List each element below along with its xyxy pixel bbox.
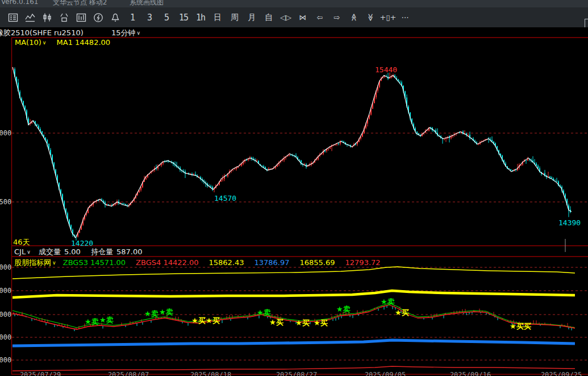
ma-value: MA1 14482.00 bbox=[57, 38, 111, 47]
top-menu-strip: Ver6.0.161 文华云节点 移动2 系统画线图 bbox=[0, 0, 588, 7]
candlestick-icon[interactable] bbox=[39, 10, 56, 25]
pan-left-icon-glyph: ⇦ bbox=[317, 13, 323, 22]
period-button-15[interactable]: 15 bbox=[175, 10, 192, 25]
sell-signal-marker: ★卖 bbox=[159, 307, 173, 317]
price-label-14390: 14390 bbox=[558, 218, 581, 227]
indicator-value: 15862.43 bbox=[208, 258, 244, 267]
scroll-up-icon-glyph: ≫ bbox=[349, 14, 358, 22]
more-icon[interactable]: ⋯ bbox=[397, 10, 414, 25]
visible-days-label: 46天 bbox=[13, 237, 30, 247]
insert-indicator-icon-glyph: +▯+ bbox=[380, 13, 397, 22]
indicator-name: 股朋指标网 bbox=[14, 258, 51, 267]
cloud-refresh-icon[interactable] bbox=[90, 10, 107, 25]
period-button-3[interactable]: 3 bbox=[141, 10, 158, 25]
chevron-down-icon: ∨ bbox=[41, 40, 47, 46]
period-button-周[interactable]: 周 bbox=[226, 10, 243, 25]
instrument-title[interactable]: 橡胶2510(SHFE ru2510) bbox=[0, 28, 84, 38]
indicator-value: 16855.69 bbox=[300, 258, 335, 267]
period-label: 15分钟 bbox=[111, 28, 136, 37]
x-axis-date-label: 2025/07/29 bbox=[20, 371, 61, 376]
alert-bell-icon[interactable] bbox=[107, 10, 124, 25]
buy-signal-marker: ★买 bbox=[191, 316, 206, 326]
x-axis-date-label: 2025/09/16 bbox=[450, 371, 491, 376]
instrument-name: 橡胶2510(SHFE ru2510) bbox=[0, 28, 84, 37]
indicator-value: ZBGS4 14422.00 bbox=[136, 258, 198, 267]
main-toolbar: 135151h日周月自 ◁▷⋈⇦⇨≫≫+▯+⋯ bbox=[0, 7, 588, 27]
y-axis-label-17000: 17000 bbox=[0, 263, 11, 271]
period-button-自[interactable]: 自 bbox=[260, 10, 277, 25]
y-axis-label-15000: 15000 bbox=[0, 129, 11, 137]
sell-signal-marker: ★卖 bbox=[336, 304, 351, 315]
y-axis-label-14500: 14500 bbox=[0, 198, 11, 206]
price-label-15440: 15440 bbox=[375, 65, 397, 74]
x-axis-date-label: 2025/08/18 bbox=[190, 371, 231, 376]
buy-signal-marker: ★买 bbox=[314, 318, 328, 328]
y-axis-label-16000: 16000 bbox=[0, 287, 11, 295]
indicator-panel-header: 股朋指标网∨ ZBGS3 14571.00ZBGS4 14422.0015862… bbox=[14, 258, 391, 268]
y-axis-label-13000: 13000 bbox=[0, 356, 11, 364]
more-icon-glyph: ⋯ bbox=[402, 13, 409, 22]
expand-bars-icon[interactable]: ◁▷ bbox=[277, 10, 294, 25]
cjl-label: CJL bbox=[14, 247, 26, 256]
trading-app-window: Ver6.0.161 文华云节点 移动2 系统画线图 135151h日周月自 ◁… bbox=[0, 0, 588, 376]
scroll-down-icon-glyph: ≫ bbox=[366, 14, 375, 22]
oi-label: 持仓量 bbox=[91, 247, 113, 256]
chart-title-bar: 橡胶2510(SHFE ru2510) 15分钟∨ bbox=[0, 27, 588, 38]
x-axis-date-label: 2025/08/07 bbox=[108, 371, 149, 376]
sell-signal-marker: ★卖 bbox=[257, 308, 271, 318]
indicator-value: ZBGS3 14571.00 bbox=[63, 258, 126, 267]
chevron-down-icon: ∨ bbox=[26, 249, 31, 255]
quote-board-icon[interactable] bbox=[5, 10, 22, 25]
period-button-日[interactable]: 日 bbox=[209, 10, 226, 25]
sell-signal-marker: ★卖 bbox=[144, 309, 159, 319]
indicator-value: 12793.72 bbox=[345, 258, 381, 267]
volume-value: 5.00 bbox=[64, 247, 81, 256]
oi-value: 587.00 bbox=[116, 247, 143, 256]
scroll-down-icon[interactable]: ≫ bbox=[362, 10, 380, 25]
period-button-月[interactable]: 月 bbox=[243, 10, 260, 25]
price-label-14220: 14220 bbox=[71, 239, 93, 247]
period-button-1h[interactable]: 1h bbox=[192, 10, 209, 25]
tick-chart-icon[interactable] bbox=[56, 10, 73, 25]
buy-signal-marker: ★买 bbox=[269, 317, 283, 328]
y-axis-label-15000: 15000 bbox=[0, 311, 11, 319]
kline-box-icon[interactable] bbox=[73, 10, 90, 25]
version-text: Ver6.0.161 bbox=[1, 0, 38, 6]
pan-right-icon-glyph: ⇨ bbox=[334, 13, 340, 22]
buy-signal-marker: ★买 bbox=[206, 316, 220, 326]
menu-item-cloud-node[interactable]: 文华云节点 移动2 bbox=[53, 0, 107, 7]
sell-signal-marker: ★卖 bbox=[85, 317, 99, 327]
scroll-up-icon[interactable]: ≫ bbox=[345, 10, 362, 25]
y-axis-label-14000: 14000 bbox=[0, 333, 11, 341]
period-button-5[interactable]: 5 bbox=[158, 10, 175, 25]
x-axis-date-label: 2025/09/25 bbox=[541, 371, 582, 376]
chevron-down-icon: ∨ bbox=[51, 260, 56, 266]
ma-dropdown[interactable]: MA(10)∨ bbox=[15, 38, 46, 47]
volume-label: 成交量 bbox=[39, 247, 61, 256]
expand-bars-icon-glyph: ◁▷ bbox=[280, 13, 291, 22]
ma-indicator-row: MA(10)∨ MA1 14482.00 bbox=[15, 38, 110, 47]
clipped-toolbar-icon[interactable] bbox=[585, 19, 588, 27]
buy-signal-marker: ★买买 bbox=[510, 321, 531, 332]
line-chart-icon[interactable] bbox=[22, 10, 39, 25]
compress-bars-icon-glyph: ⋈ bbox=[299, 13, 307, 22]
buy-signal-marker: ★买 bbox=[295, 318, 310, 328]
pan-right-icon[interactable]: ⇨ bbox=[328, 10, 345, 25]
buy-signal-marker: ★买 bbox=[395, 308, 409, 318]
indicator-value: 13786.97 bbox=[254, 258, 289, 267]
ma-label: MA(10) bbox=[15, 38, 41, 47]
pan-left-icon[interactable]: ⇦ bbox=[311, 10, 328, 25]
menu-item-system-drawing[interactable]: 系统画线图 bbox=[130, 0, 164, 7]
compress-bars-icon[interactable]: ⋈ bbox=[294, 10, 311, 25]
period-button-1[interactable]: 1 bbox=[124, 10, 141, 25]
indicator-dropdown[interactable]: 股朋指标网∨ bbox=[14, 258, 56, 267]
sell-signal-marker: ★卖 bbox=[99, 315, 114, 325]
chevron-down-icon: ∨ bbox=[136, 30, 141, 36]
sell-signal-marker: ★卖 bbox=[381, 297, 395, 307]
cjl-dropdown[interactable]: CJL∨ bbox=[14, 247, 31, 256]
period-dropdown[interactable]: 15分钟∨ bbox=[111, 28, 140, 38]
x-axis-date-label: 2025/08/27 bbox=[276, 371, 317, 376]
x-axis-date-label: 2025/09/05 bbox=[365, 371, 406, 376]
cjl-panel-header: CJL∨ 成交量5.00 持仓量587.00 bbox=[14, 247, 145, 257]
insert-indicator-icon[interactable]: +▯+ bbox=[380, 10, 397, 25]
